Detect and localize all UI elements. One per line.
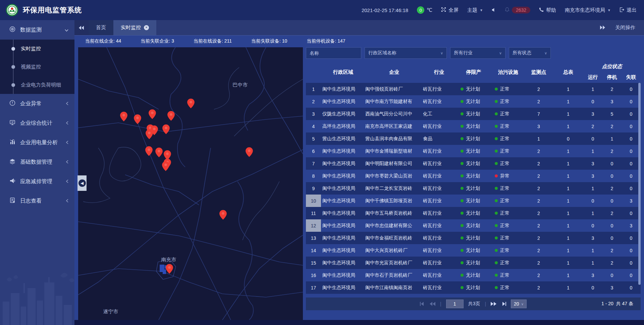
industry-filter-select[interactable]: 所有行业 ∨ (450, 47, 505, 59)
tabs-scroll-left-button[interactable] (74, 20, 89, 35)
table-row[interactable]: 13 阆中生态环境局 阆中市金福旺页岩机砖 砖瓦行业 无计划 正常 2 1 3 … (306, 232, 641, 244)
cell-region: 阆中生态环境局 (321, 219, 365, 232)
first-page-button[interactable] (420, 302, 425, 306)
temperature-value: 0 (417, 6, 424, 14)
table-row[interactable]: 1 阆中生态环境局 阆中强锐页岩砖厂 砖瓦行业 无计划 正常 2 1 1 2 0 (306, 83, 641, 95)
map[interactable]: 巴中市南充市遂宁市 (78, 47, 303, 320)
cell-main-meter: 0 (553, 294, 583, 297)
column-header: 失联 (622, 71, 641, 83)
fullscreen-button[interactable]: 全屏 (441, 7, 459, 13)
region-filter-select[interactable]: 行政区域名称 ∨ (365, 47, 447, 59)
sidebar-subitem-企业电力负荷明细[interactable]: 企业电力负荷明细 (0, 76, 74, 94)
tab-close-icon[interactable]: ✕ (144, 25, 149, 30)
map-pin-icon[interactable] (134, 114, 141, 124)
alert-circle-icon (9, 100, 15, 107)
map-pin-icon[interactable] (167, 111, 175, 121)
map-pin-icon[interactable] (166, 264, 173, 274)
name-filter-field[interactable] (306, 47, 361, 59)
map-pin-icon[interactable] (187, 99, 195, 108)
app-logo (6, 4, 18, 16)
table-row[interactable]: 8 阆中生态环境局 阆中市枣碧大梁山页岩 砖瓦行业 无计划 异常 2 1 3 0… (306, 170, 641, 182)
mute-button[interactable] (492, 7, 496, 13)
cell-running: 3 (583, 170, 602, 182)
sidebar-item-日志查看[interactable]: 日志查看 (0, 191, 74, 211)
cell-stop-plan: 无计划 (455, 108, 492, 120)
page-number-input[interactable] (446, 300, 464, 308)
cell-main-meter: 1 (553, 257, 583, 269)
table-row[interactable]: 9 阆中生态环境局 阆中市二龙长宝页岩砖 砖瓦行业 无计划 正常 2 1 1 2… (306, 182, 641, 195)
org-dropdown[interactable]: 南充市生态环境局 ▼ (565, 7, 611, 13)
next-page-button[interactable] (491, 302, 496, 306)
map-pin-icon[interactable] (155, 148, 163, 157)
sidebar-item-数据监测[interactable]: 数据监测 (0, 20, 74, 40)
table-row[interactable]: 16 阆中生态环境局 阆中市石子页岩机砖厂 砖瓦行业 无计划 正常 2 1 3 … (306, 269, 641, 281)
cell-lost: 0 (622, 257, 641, 269)
chevron-down-icon: ▼ (480, 8, 483, 12)
help-button[interactable]: 帮助 (539, 7, 556, 13)
table-row[interactable]: 2 阆中生态环境局 阆中市南方节能建材有 砖瓦行业 无计划 正常 2 1 0 3… (306, 95, 641, 108)
cell-monitor-points: 1 (524, 132, 553, 145)
table-row[interactable]: 15 阆中生态环境局 阆中市光富页岩机砖厂 砖瓦行业 无计划 正常 2 1 1 … (306, 257, 641, 269)
notifications[interactable]: 2632 (505, 7, 530, 13)
map-pin-icon[interactable] (162, 124, 170, 134)
table-scrollbar[interactable] (638, 83, 641, 297)
sidebar-item-企业综合统计[interactable]: 企业综合统计 (0, 113, 74, 133)
app-header: 环保用电监管系统 2021-02-25 17:46:18 0 ℃ 全屏 主题 ▼ (0, 0, 644, 20)
map-pin-icon[interactable] (146, 129, 153, 139)
sidebar-subitem-视频监控[interactable]: 视频监控 (0, 58, 74, 76)
cell-industry: 砖瓦行业 (423, 257, 455, 269)
table-row[interactable]: 4 高坪生态环境局 南充市高坪区王家店建 砖瓦行业 无计划 正常 3 1 2 2… (306, 120, 641, 132)
cell-main-meter: 1 (553, 145, 583, 157)
tabs-scroll-right-button[interactable] (600, 25, 605, 31)
theme-dropdown[interactable]: 主题 ▼ (467, 7, 483, 13)
cell-running: 1 (583, 257, 602, 269)
map-pin-icon[interactable] (145, 146, 153, 156)
map-pin-icon[interactable] (149, 109, 156, 119)
map-pin-icon[interactable] (120, 112, 127, 121)
sidebar-item-企业用电量分析[interactable]: 企业用电量分析 (0, 133, 74, 152)
divider: | (440, 301, 441, 307)
sidebar-item-基础数据管理[interactable]: 基础数据管理 (0, 152, 74, 172)
stat-item: 当前停机设备: 147 (307, 38, 345, 44)
table-row[interactable]: 5 营山生态环境局 营山县润丰肉食品有限 食品 无计划 正常 1 0 0 1 0 (306, 132, 641, 145)
sidebar-item-应急减排管理[interactable]: 应急减排管理 (0, 172, 74, 191)
table-row[interactable]: 3 仪陇生态环境局 西南油气田分公司川中 化工 无计划 正常 7 1 3 5 0 (306, 108, 641, 120)
status-filter-select[interactable]: 所有状态 ∨ (509, 47, 551, 59)
table-row[interactable]: 6 阆中生态环境局 阆中市金博瑞新型墙材 砖瓦行业 无计划 正常 2 1 1 2… (306, 145, 641, 157)
cell-facility-status: 正常 (492, 157, 524, 170)
cell-main-meter: 1 (553, 281, 583, 294)
close-operations-button[interactable]: 关闭操作 (615, 24, 635, 31)
row-number: 5 (306, 132, 321, 145)
table-row[interactable]: 17 阆中生态环境局 阆中市江南镇阆南页岩 砖瓦行业 无计划 正常 2 1 0 … (306, 281, 641, 294)
table-row[interactable]: 11 阆中生态环境局 阆中市五马桥页岩机砖 砖瓦行业 无计划 正常 2 1 1 … (306, 207, 641, 219)
table-row[interactable]: 12 阆中生态环境局 阆中市忠信建材有限公 砖瓦行业 无计划 正常 2 1 0 … (306, 219, 641, 232)
previous-page-button[interactable] (430, 302, 435, 306)
status-dot-icon (495, 224, 498, 227)
cell-stopped: 2 (602, 120, 622, 132)
table-row[interactable]: 10 阆中生态环境局 阆中千佛镇五郎垭页岩 砖瓦行业 无计划 正常 2 1 0 … (306, 195, 641, 207)
table-row[interactable]: 18 南部生态环境局 南部县砌伍上河有限公 建材加工 无计划 正常 6 0 0 … (306, 294, 641, 297)
cell-running: 1 (583, 182, 602, 195)
map-collapse-handle[interactable]: ◀ (77, 175, 87, 191)
page-size-select[interactable]: 20 ∨ (511, 300, 527, 308)
sidebar-item-企业异常[interactable]: 企业异常 (0, 94, 74, 113)
cell-industry: 砖瓦行业 (423, 207, 455, 219)
logout-button[interactable]: 退出 (620, 7, 637, 13)
table-row[interactable]: 14 阆中生态环境局 阆中大兴页岩机砖厂 砖瓦行业 无计划 正常 2 1 1 2… (306, 244, 641, 257)
tab-实时监控[interactable]: 实时监控 ✕ (113, 20, 156, 35)
cell-main-meter: 1 (553, 269, 583, 281)
map-pin-icon[interactable] (246, 147, 253, 157)
cell-monitor-points: 2 (524, 269, 553, 281)
name-filter-input[interactable] (310, 50, 358, 56)
table-row[interactable]: 7 阆中生态环境局 阆中明阳建材有限公司 砖瓦行业 无计划 正常 2 1 3 0… (306, 157, 641, 170)
last-page-button[interactable] (501, 302, 506, 306)
sidebar-subitem-实时监控[interactable]: 实时监控 (0, 40, 74, 58)
cell-stop-plan: 无计划 (455, 232, 492, 244)
cell-main-meter: 1 (553, 207, 583, 219)
cell-enterprise: 阆中市石子页岩机砖厂 (365, 269, 423, 281)
map-pin-icon[interactable] (219, 210, 227, 220)
status-dot-icon (495, 100, 498, 103)
map-pin-icon[interactable] (162, 161, 169, 171)
tab-首页[interactable]: 首页 (89, 20, 113, 35)
status-dot-icon (461, 261, 464, 264)
